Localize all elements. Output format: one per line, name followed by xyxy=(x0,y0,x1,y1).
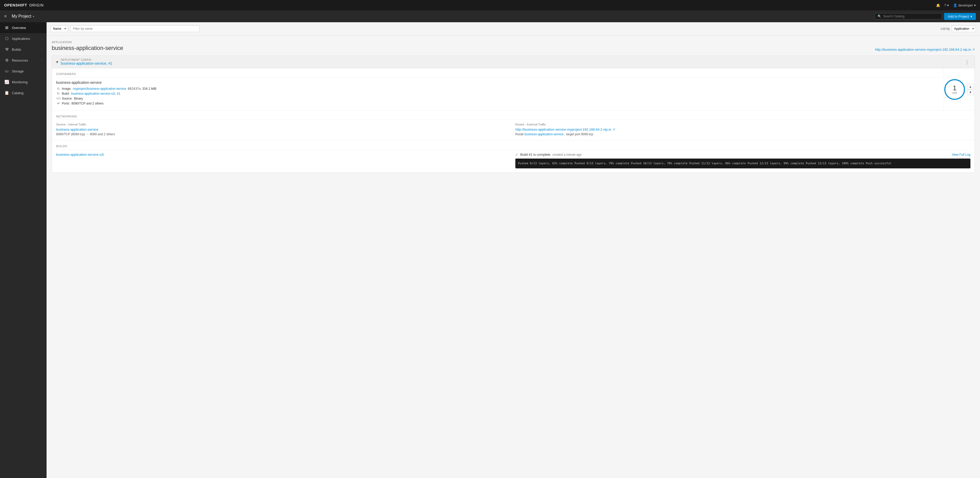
help-button[interactable]: ? ▾ xyxy=(944,3,949,7)
build-log-output: Pushed 8/13 layers, 62% complete Pushed … xyxy=(515,159,970,168)
container-image-row: ⊙ Image: myproject/business-application-… xyxy=(56,87,939,91)
applications-chevron: › xyxy=(41,37,43,40)
pod-scale-down-button[interactable]: ▼ xyxy=(967,90,974,95)
pod-up-icon: ▲ xyxy=(969,85,972,89)
resources-icon: ⚙ xyxy=(4,58,9,63)
ports-value: 8090/TCP and 2 others xyxy=(72,102,103,105)
deployment-config-card: ▾ DEPLOYMENT CONFIG business-application… xyxy=(52,56,975,173)
dc-collapse-button[interactable]: ▾ xyxy=(56,59,58,64)
sidebar-item-overview-label: Overview xyxy=(12,26,43,30)
app-url-text: http://business-application-service-mypr… xyxy=(875,48,971,51)
brand-bold: OPENSHIFT xyxy=(4,3,27,7)
sidebar-item-builds-label: Builds xyxy=(12,48,39,51)
build-label: Build: xyxy=(62,92,70,95)
sidebar-item-resources[interactable]: ⚙ Resources › xyxy=(0,55,46,66)
view-log-label: View Full Log xyxy=(952,153,970,157)
sidebar-item-overview[interactable]: ⊞ Overview xyxy=(0,22,46,33)
applications-icon: ⬡ xyxy=(4,36,9,41)
project-selector[interactable]: My Project ▾ xyxy=(12,14,34,19)
dc-collapse-icon: ▾ xyxy=(56,59,58,64)
user-menu[interactable]: 👤 developer ▾ xyxy=(953,3,976,7)
container-ports-row: ⇌ Ports: 8090/TCP and 2 others xyxy=(56,102,939,105)
internal-traffic-col: Service - Internal Traffic business-appl… xyxy=(56,123,511,136)
source-icon: </> xyxy=(56,97,60,100)
notification-button[interactable]: 🔔 xyxy=(936,3,940,7)
sidebar-item-monitoring[interactable]: 📈 Monitoring xyxy=(0,76,46,87)
build-status-row: ✓ Build #1 is complete created a minute … xyxy=(515,152,970,157)
sidebar-item-builds[interactable]: ⚒ Builds › xyxy=(0,44,46,55)
sidebar-item-catalog[interactable]: 📋 Catalog xyxy=(0,87,46,98)
app-section-label: APPLICATION xyxy=(52,41,123,44)
external-route-link[interactable]: http://business-application-service-mypr… xyxy=(515,127,970,132)
container-name: business-application-service xyxy=(56,81,939,84)
add-to-project-button[interactable]: Add to Project ▾ xyxy=(944,13,976,20)
app-header-row: APPLICATION business-application-service… xyxy=(52,41,975,51)
pod-down-icon: ▼ xyxy=(969,91,972,94)
help-chevron: ▾ xyxy=(947,3,949,7)
image-size: 334.1 MiB xyxy=(142,87,156,91)
listby-select[interactable]: Application Resource xyxy=(952,25,976,32)
ports-label: Ports: xyxy=(62,102,70,105)
image-link-text: myproject/business-application-service xyxy=(73,87,126,91)
sidebar-item-applications[interactable]: ⬡ Applications › xyxy=(0,33,46,44)
dc-right: 1 pod ▲ ▼ xyxy=(943,68,975,110)
sidebar-item-storage[interactable]: ▭ Storage xyxy=(0,66,46,76)
image-link[interactable]: myproject/business-application-service xyxy=(73,87,126,91)
sidebar-item-applications-label: Applications xyxy=(12,37,39,41)
user-label: developer xyxy=(958,3,973,7)
ports-icon: ⇌ xyxy=(56,102,60,105)
sidebar-item-resources-label: Resources xyxy=(12,59,39,62)
pod-scale-up-button[interactable]: ▲ xyxy=(967,84,974,89)
hamburger-menu[interactable]: ≡ xyxy=(4,14,6,19)
pod-row: 1 pod ▲ ▼ xyxy=(944,79,974,100)
internal-port-info: 8090/TCP (8090-tcp) → 8090 and 2 others xyxy=(56,132,511,136)
resources-chevron: › xyxy=(41,59,43,62)
sidebar-item-monitoring-label: Monitoring xyxy=(12,80,43,84)
containers-label: CONTAINERS xyxy=(56,72,939,77)
top-navbar: OPENSHIFT ORIGIN 🔔 ? ▾ 👤 developer ▾ xyxy=(0,0,980,10)
external-url-text: http://business-application-service-mypr… xyxy=(515,127,611,132)
brand-light: ORIGIN xyxy=(29,3,44,7)
dc-body: CONTAINERS business-application-service … xyxy=(52,68,975,110)
monitoring-icon: 📈 xyxy=(4,80,9,84)
pod-circle: 1 pod xyxy=(944,79,965,100)
dc-name-text: business-application-service, #1 xyxy=(61,61,112,65)
builds-grid: business-application-service-s2i ✓ Build… xyxy=(56,152,970,168)
pod-label: pod xyxy=(953,91,957,94)
storage-icon: ▭ xyxy=(4,69,9,73)
filter-by-name-input[interactable] xyxy=(70,25,199,32)
dc-name-link[interactable]: business-application-service, #1 xyxy=(61,61,112,65)
user-icon: 👤 xyxy=(953,3,957,7)
catalog-icon: 📋 xyxy=(4,91,9,95)
internal-service-name: business-application-service xyxy=(56,127,98,132)
build-check-icon: ✓ xyxy=(515,152,518,157)
app-url-icon: ↗ xyxy=(972,48,975,51)
builds-chevron: › xyxy=(41,48,43,51)
dc-context-menu-button[interactable]: ⋮ xyxy=(964,59,970,65)
filter-by-select[interactable]: Name Label xyxy=(51,25,68,32)
external-route-name-link[interactable]: business-application-service xyxy=(524,132,563,136)
builds-section: BUILDS business-application-service-s2i … xyxy=(52,140,975,173)
internal-service-link[interactable]: business-application-service xyxy=(56,127,98,132)
app-title: business-application-service xyxy=(52,45,123,51)
build-name-col: business-application-service-s2i xyxy=(56,152,511,157)
search-catalog-input[interactable]: 🔍 Search Catalog xyxy=(875,13,942,19)
pod-circle-container: 1 pod xyxy=(944,79,965,100)
app-title-group: APPLICATION business-application-service xyxy=(52,41,123,51)
add-to-project-label: Add to Project xyxy=(948,14,969,18)
listby-label: List by xyxy=(941,27,950,30)
filter-bar: Name Label List by Application Resource xyxy=(46,22,980,35)
sidebar-item-catalog-label: Catalog xyxy=(12,91,43,95)
subnav-left: ≡ My Project ▾ xyxy=(4,14,34,19)
build-link-text: business-application-service-s2i, #1 xyxy=(71,92,120,95)
source-label: Source: xyxy=(62,97,72,100)
search-icon: 🔍 xyxy=(878,14,881,18)
user-chevron: ▾ xyxy=(974,3,976,7)
builds-label: BUILDS xyxy=(56,145,970,149)
dc-type-label: DEPLOYMENT CONFIG xyxy=(61,59,961,61)
build-name-link[interactable]: business-application-service-s2i xyxy=(56,152,104,157)
build-name-text: business-application-service-s2i xyxy=(56,152,104,157)
build-link[interactable]: business-application-service-s2i, #1 xyxy=(71,92,120,95)
app-url-link[interactable]: http://business-application-service-mypr… xyxy=(875,48,975,51)
view-full-log-link[interactable]: View Full Log xyxy=(952,153,970,157)
